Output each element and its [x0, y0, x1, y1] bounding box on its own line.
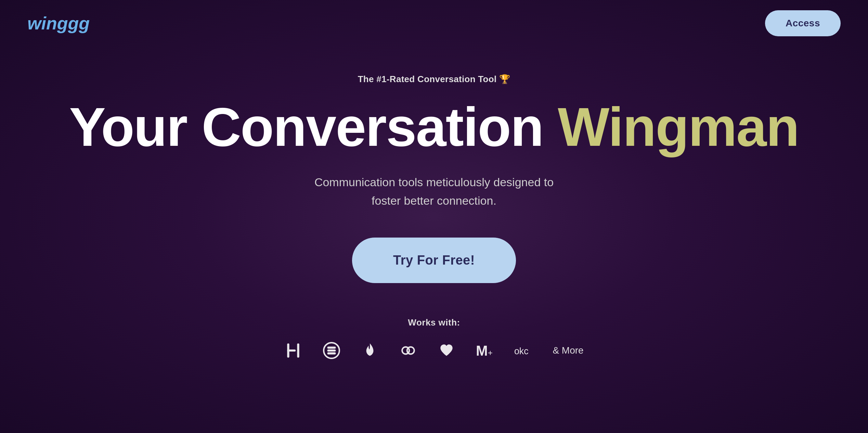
works-with-section: Works with: [284, 317, 583, 359]
svg-point-8 [407, 347, 414, 354]
svg-text:M: M [476, 343, 488, 359]
logo-text: winggg [27, 13, 90, 34]
svg-rect-5 [327, 346, 336, 348]
hero-subtitle: Communication tools meticulously designe… [314, 173, 554, 210]
platform-icons-list: M + okc & More [284, 342, 583, 359]
hero-title-gold: Wingman [558, 96, 799, 157]
svg-text:+: + [488, 348, 493, 357]
hero-title-white: Your Conversation [69, 96, 543, 157]
works-with-label: Works with: [408, 317, 460, 328]
hero-section: The #1-Rated Conversation Tool 🏆 Your Co… [0, 47, 868, 380]
meetic-icon: M + [476, 342, 494, 359]
grindr-icon [399, 342, 417, 359]
svg-rect-2 [297, 343, 299, 358]
hero-title: Your Conversation Wingman [69, 98, 799, 156]
svg-rect-4 [327, 349, 336, 352]
svg-rect-1 [287, 349, 296, 352]
hinge-icon [284, 342, 302, 359]
try-free-button[interactable]: Try For Free! [352, 238, 516, 283]
bumble-icon [323, 342, 340, 359]
match-icon [438, 342, 455, 359]
svg-rect-6 [327, 352, 336, 354]
rating-badge: The #1-Rated Conversation Tool 🏆 [358, 74, 510, 85]
header: winggg Access [0, 0, 868, 47]
tinder-icon [361, 342, 379, 359]
more-text: & More [553, 345, 583, 356]
logo: winggg [27, 13, 90, 34]
svg-text:okc: okc [514, 346, 529, 356]
okcupid-icon: okc [514, 342, 532, 359]
access-button[interactable]: Access [765, 10, 841, 36]
